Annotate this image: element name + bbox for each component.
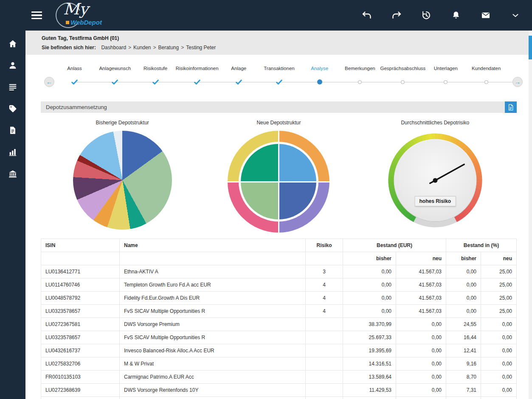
sidebar-item-user[interactable] bbox=[0, 61, 25, 71]
step-check-icon bbox=[194, 78, 200, 86]
table-row: LU0048578792Fidelity Fd.Eur.Growth A Dis… bbox=[41, 292, 517, 305]
cell-eur_bisher: 0,00 bbox=[343, 278, 396, 292]
cell-name: Templeton Growth Euro Fd.A acc EUR bbox=[120, 278, 306, 292]
sidebar-item-chart[interactable] bbox=[0, 147, 25, 157]
stepper-step-risikoinformationen[interactable]: Risikoinformationen bbox=[176, 66, 219, 86]
stepper-viewport: AnlassAnlagewunschRisikostufeRisikoinfor… bbox=[54, 66, 512, 86]
undo-icon[interactable] bbox=[361, 10, 372, 21]
cell-risiko bbox=[306, 331, 343, 344]
depot-panel: Depotzusammensetzung Bisherige Depotstru… bbox=[41, 101, 517, 399]
pie-chart-bisherige-depotstruktur bbox=[73, 131, 172, 230]
cell-isin: DE000A0DPZJ8 bbox=[41, 397, 120, 399]
cell-eur_neu: 41.567,03 bbox=[396, 278, 446, 292]
cell-eur_bisher: 10.573,98 bbox=[343, 397, 396, 399]
breadcrumb-item[interactable]: Kunden bbox=[133, 45, 151, 51]
cell-eur_neu: 0,00 bbox=[396, 371, 446, 384]
stepper-step-anlagewunsch[interactable]: Anlagewunsch bbox=[95, 66, 135, 86]
cell-risiko bbox=[306, 344, 343, 357]
cell-pct_neu: 0,00 bbox=[481, 397, 517, 399]
chevron-down-icon[interactable] bbox=[510, 10, 521, 21]
cell-pct_bisher: 12,41 bbox=[446, 344, 481, 357]
pdf-file-icon bbox=[508, 104, 514, 111]
charts-row: Bisherige Depotstruktur Neue Depotstrukt… bbox=[41, 113, 517, 237]
stepper-step-analyse[interactable]: Analyse bbox=[299, 66, 340, 86]
cell-eur_bisher: 0,00 bbox=[343, 305, 396, 318]
wizard-stepper: ← AnlassAnlagewunschRisikostufeRisikoinf… bbox=[25, 55, 529, 96]
cell-pct_neu: 0,00 bbox=[481, 331, 517, 344]
stepper-step-anlass[interactable]: Anlass bbox=[54, 66, 95, 86]
table-subheader-row: bisher neu bisher neu bbox=[41, 252, 517, 265]
breadcrumb-item: Testing Peter bbox=[186, 45, 216, 51]
stepper-step-transaktionen[interactable]: Transaktionen bbox=[259, 66, 299, 86]
stepper-prev-button[interactable]: ← bbox=[44, 77, 54, 87]
cell-pct_bisher: 7,31 bbox=[446, 384, 481, 397]
stepper-step-label: Anlass bbox=[67, 66, 82, 72]
cell-isin: LU0272368639 bbox=[41, 384, 120, 397]
table-row: FR0010135103Carmignac Patrimo.A EUR Acc1… bbox=[41, 371, 517, 384]
table-row: LU0323578657FvS SICAV Multiple Opportuni… bbox=[41, 305, 517, 318]
panel-title: Depotzusammensetzung bbox=[46, 104, 107, 110]
gauge-pivot bbox=[433, 178, 437, 183]
cell-pct_bisher: 6,77 bbox=[446, 397, 481, 399]
pdf-export-button[interactable] bbox=[505, 101, 517, 113]
col-header-bestand-pct: Bestand in (%) bbox=[446, 239, 517, 252]
hamburger-menu-button[interactable] bbox=[31, 11, 42, 20]
subcol-pct-neu: neu bbox=[481, 252, 517, 265]
cell-eur_neu: 41.567,03 bbox=[396, 265, 446, 278]
stepper-step-bemerkungen[interactable]: Bemerkungen bbox=[340, 66, 380, 86]
bell-icon[interactable] bbox=[450, 10, 462, 21]
cell-risiko bbox=[306, 371, 343, 384]
table-row: LU0323578657FvS SICAV Multiple Opportuni… bbox=[41, 331, 517, 344]
cell-risiko: 4 bbox=[306, 278, 343, 292]
logo-text-my: My bbox=[63, 0, 88, 18]
redo-icon[interactable] bbox=[391, 10, 402, 21]
stepper-step-label: Anlagewunsch bbox=[99, 66, 131, 72]
cell-eur_bisher: 38.370,99 bbox=[343, 318, 396, 331]
subcol-pct-bisher: bisher bbox=[446, 252, 481, 265]
sidebar-item-home[interactable] bbox=[0, 39, 25, 49]
scrollbar-track[interactable] bbox=[529, 31, 532, 399]
cell-eur_bisher: 14.316,51 bbox=[343, 357, 396, 371]
stepper-steps: AnlassAnlagewunschRisikostufeRisikoinfor… bbox=[54, 66, 512, 86]
cell-risiko bbox=[306, 357, 343, 371]
stepper-step-label: Risikoinformationen bbox=[176, 66, 219, 72]
chart-title-risiko: Durchschnittliches Depotrisiko bbox=[401, 120, 469, 126]
stepper-step-label: Unterlagen bbox=[434, 66, 458, 72]
top-bar: My WebDepot bbox=[0, 0, 532, 31]
cell-pct_neu: 25,00 bbox=[481, 265, 517, 278]
sidebar-item-document[interactable] bbox=[0, 126, 25, 136]
history-icon[interactable] bbox=[421, 10, 432, 21]
bank-icon bbox=[8, 169, 17, 180]
stepper-step-label: Risikostufe bbox=[144, 66, 167, 72]
stepper-step-kundendaten[interactable]: Kundendaten bbox=[466, 66, 507, 86]
step-check-icon bbox=[112, 78, 118, 86]
cell-eur_neu: 0,00 bbox=[396, 397, 446, 399]
col-header-risiko: Risiko bbox=[306, 239, 343, 252]
depot-table: ISIN Name Risiko Bestand (EUR) Bestand i… bbox=[41, 239, 517, 399]
bar-chart-icon bbox=[8, 147, 17, 158]
mail-icon[interactable] bbox=[480, 10, 491, 21]
cell-isin: LU0323578657 bbox=[41, 305, 120, 318]
cell-pct_neu: 0,00 bbox=[481, 371, 517, 384]
stepper-step-risikostufe[interactable]: Risikostufe bbox=[135, 66, 175, 86]
table-row: LU0272367581DWS Vorsorge Premium38.370,9… bbox=[41, 318, 517, 331]
breadcrumb-item[interactable]: Beratung bbox=[158, 45, 179, 51]
chart-title-bisherige: Bisherige Depotstruktur bbox=[96, 120, 149, 126]
sidebar-nav bbox=[0, 31, 25, 399]
sidebar-item-bank[interactable] bbox=[0, 169, 25, 179]
stepper-step-unterlagen[interactable]: Unterlagen bbox=[425, 66, 466, 86]
cell-name: FvS SICAV Multiple Opportunities R bbox=[120, 305, 306, 318]
stepper-step-gesprächsabschluss[interactable]: Gesprächsabschluss bbox=[380, 66, 426, 86]
stepper-step-anlage[interactable]: Anlage bbox=[219, 66, 259, 86]
stepper-step-abschluss[interactable]: Abschluss bbox=[507, 66, 512, 86]
sidebar-item-tag[interactable] bbox=[0, 104, 25, 114]
breadcrumb-item[interactable]: Dashboard bbox=[101, 45, 126, 51]
cell-risiko bbox=[306, 397, 343, 399]
cell-eur_bisher: 25.697,33 bbox=[343, 331, 396, 344]
sidebar-item-list[interactable] bbox=[0, 82, 25, 93]
scrollbar-thumb[interactable] bbox=[529, 36, 532, 59]
main-content: Guten Tag, Testfirma GmbH (01) Sie befin… bbox=[25, 31, 529, 399]
cell-name: Ethna-AKTIV A bbox=[120, 265, 306, 278]
stepper-next-button[interactable]: → bbox=[512, 77, 523, 87]
table-row: LU0272368639DWS Vorsorge Rentenfonds 10Y… bbox=[41, 384, 517, 397]
